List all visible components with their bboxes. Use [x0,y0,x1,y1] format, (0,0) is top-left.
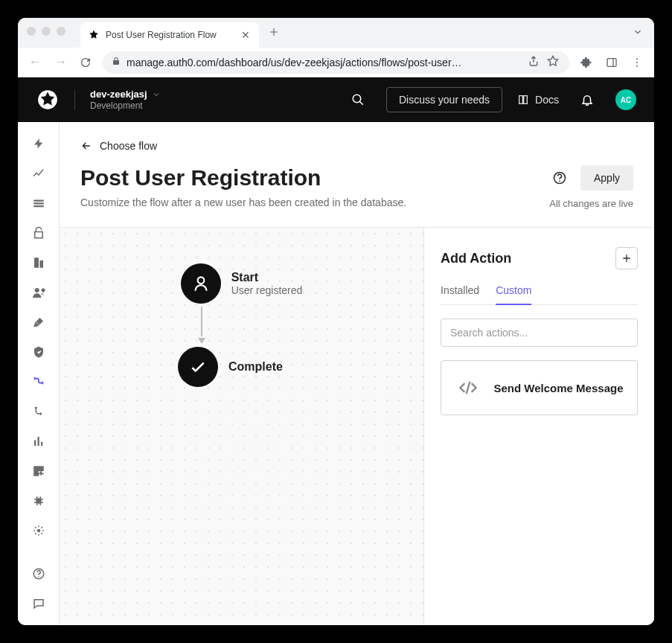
sidebar-actions[interactable] [30,374,48,390]
forward-button[interactable]: → [49,51,71,74]
notifications-button[interactable] [574,86,601,113]
back-button[interactable]: ← [24,51,46,74]
svg-rect-0 [607,58,616,66]
sidebar-extensions[interactable] [30,493,48,509]
reload-button[interactable] [74,51,97,74]
panel-icon[interactable] [601,51,623,74]
svg-point-4 [636,65,638,66]
sidebar-users[interactable] [30,284,48,301]
svg-point-15 [197,277,204,284]
sidebar-monitoring[interactable] [30,433,48,450]
url-input[interactable]: manage.auth0.com/dashboard/us/dev-zeekja… [103,51,569,74]
tenant-env: Development [90,100,161,111]
node-start-subtitle: User registered [231,284,303,296]
sidebar-authentication[interactable] [30,225,48,241]
page-header: Choose flow Post User Registration Custo… [60,122,654,227]
svg-line-7 [359,101,363,105]
sidebar-settings[interactable] [30,522,48,539]
discuss-needs-button[interactable]: Discuss your needs [386,87,502,112]
lock-icon [112,57,121,68]
svg-point-12 [38,576,39,578]
new-tab-button[interactable] [263,22,284,42]
tenant-selector[interactable]: dev-zeekjasj Development [90,89,161,111]
apply-button[interactable]: Apply [580,165,633,191]
tab-installed[interactable]: Installed [441,284,479,304]
actions-panel: Add Action Installed Custom Send Welcome… [423,228,654,625]
app-header: dev-zeekjasj Development Discuss your ne… [18,77,654,122]
url-text: manage.auth0.com/dashboard/us/dev-zeekja… [127,57,522,68]
arrow-left-icon [80,140,92,152]
action-name: Send Welcome Message [493,382,624,394]
node-complete-title: Complete [228,360,283,374]
sidebar-auth-pipeline[interactable] [30,403,48,420]
svg-point-3 [636,62,638,63]
flow-connector [201,307,202,344]
traffic-minimize[interactable] [42,27,51,36]
svg-point-2 [636,58,638,60]
extensions-icon[interactable] [575,51,598,74]
share-icon[interactable] [528,55,541,70]
svg-point-10 [36,529,40,533]
sidebar-help[interactable] [30,566,48,582]
traffic-zoom[interactable] [57,27,65,36]
sidebar-feedback[interactable] [30,595,48,612]
search-actions-input[interactable] [441,319,638,347]
book-icon [517,94,529,106]
flow-complete-node[interactable]: Complete [178,347,283,387]
sidebar-activity[interactable] [30,165,48,182]
svg-point-8 [34,288,39,292]
page-subtitle: Customize the flow after a new user has … [80,196,406,208]
add-action-button[interactable] [615,247,638,269]
star-icon[interactable] [547,55,560,70]
sidebar-marketplace[interactable] [30,463,48,479]
help-button[interactable] [549,167,570,188]
docs-label: Docs [535,94,559,106]
browser-tab-strip: Post User Registration Flow ✕ [18,18,654,48]
breadcrumb-label: Choose flow [100,140,157,152]
sidebar-applications[interactable] [30,195,48,211]
tenant-name: dev-zeekjasj [90,89,147,100]
window-controls [27,27,65,36]
auth0-favicon-icon [88,29,100,41]
changes-status: All changes are live [549,198,633,209]
sidebar-getting-started[interactable] [30,135,48,152]
breadcrumb-back[interactable]: Choose flow [80,140,633,152]
sidebar-security[interactable] [30,344,48,360]
plus-icon [621,252,633,264]
page-title: Post User Registration [80,165,406,191]
chevron-down-icon[interactable] [627,22,648,42]
docs-link[interactable]: Docs [517,94,559,106]
help-icon [552,170,567,185]
browser-tab[interactable]: Post User Registration Flow ✕ [80,22,259,48]
search-icon [351,93,365,106]
sidebar [18,122,60,625]
traffic-close[interactable] [27,27,36,36]
search-button[interactable] [345,86,371,113]
sidebar-branding[interactable] [30,314,48,330]
panel-title: Add Action [441,251,511,266]
svg-rect-9 [36,498,42,504]
bell-icon [580,93,594,106]
action-item[interactable]: Send Welcome Message [441,360,638,415]
flow-canvas[interactable]: Start User registered Complete [60,228,423,625]
check-icon [178,347,218,387]
sidebar-organizations[interactable] [30,255,48,271]
user-icon [181,263,221,304]
tab-custom[interactable]: Custom [496,284,531,305]
code-icon [455,374,481,401]
svg-point-14 [559,180,560,182]
menu-icon[interactable] [626,51,648,74]
avatar[interactable]: AC [615,89,636,110]
svg-point-6 [353,95,361,103]
chevron-down-icon [152,90,161,99]
auth0-logo-icon[interactable] [36,88,60,112]
tab-title: Post User Registration Flow [106,30,234,40]
close-icon[interactable]: ✕ [240,29,252,41]
flow-start-node[interactable]: Start User registered [181,263,303,304]
browser-address-bar: ← → manage.auth0.com/dashboard/us/dev-ze… [18,48,654,77]
node-start-title: Start [231,271,303,284]
